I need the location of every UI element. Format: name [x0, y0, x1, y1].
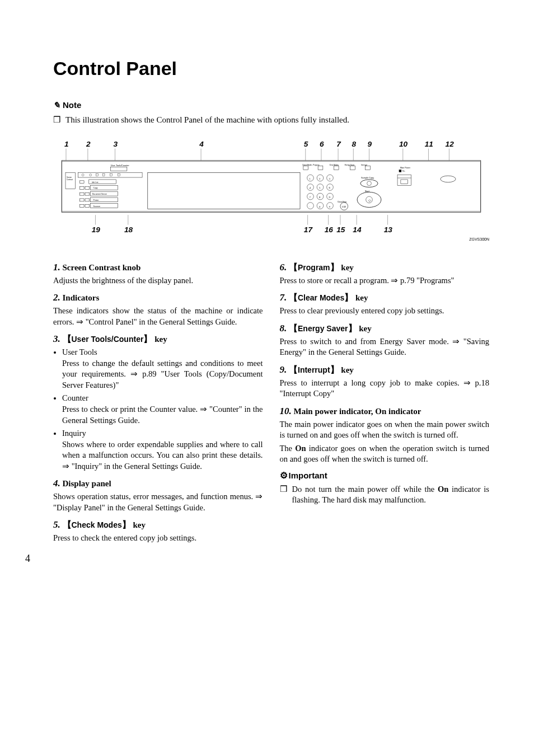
svg-text:◇: ◇ — [368, 199, 371, 202]
item-6-head: 6. 【Program】 key — [280, 261, 490, 274]
svg-rect-45 — [79, 193, 84, 196]
svg-text:8: 8 — [352, 140, 356, 148]
svg-rect-33 — [102, 174, 105, 176]
svg-text:Energy Saver: Energy Saver — [345, 164, 355, 166]
svg-text:On: On — [402, 171, 405, 173]
svg-text:12: 12 — [446, 140, 455, 148]
item-9-head: 9. 【Interrupt】 key — [280, 364, 490, 377]
svg-text:9: 9 — [329, 196, 331, 199]
item-8-head: 8. 【Energy Saver】 key — [280, 322, 490, 335]
svg-text:19: 19 — [92, 226, 101, 234]
item-4-head: 4. Display panel — [53, 477, 263, 490]
diagram-code: ZGVS300N — [469, 237, 489, 242]
svg-rect-42 — [85, 187, 90, 190]
svg-point-108 — [441, 176, 456, 183]
svg-text:Program: Program — [313, 164, 320, 166]
svg-text:Document Server: Document Server — [92, 194, 107, 196]
svg-text:16: 16 — [325, 226, 334, 234]
svg-text:2: 2 — [319, 177, 321, 180]
important-item: Do not turn the main power off while the… — [280, 484, 490, 506]
svg-text:7: 7 — [310, 196, 311, 199]
svg-rect-54 — [85, 205, 90, 208]
svg-rect-65 — [350, 166, 355, 170]
svg-rect-41 — [79, 187, 84, 190]
svg-text:4: 4 — [310, 187, 311, 190]
svg-text:1: 1 — [310, 177, 311, 180]
svg-point-30 — [82, 174, 84, 176]
svg-rect-34 — [110, 174, 113, 176]
svg-rect-37 — [111, 167, 127, 171]
item-2-body: These indicators show the status of the … — [53, 306, 263, 327]
svg-text:17: 17 — [304, 226, 313, 234]
svg-point-93 — [360, 180, 378, 187]
svg-rect-46 — [85, 193, 90, 196]
svg-text:#: # — [329, 205, 331, 208]
note-header: ✎Note — [53, 100, 489, 111]
svg-rect-107 — [401, 180, 408, 184]
svg-text:6: 6 — [320, 140, 324, 148]
svg-text:4: 4 — [199, 140, 204, 148]
sublist-item: Counter Press to check or print the Coun… — [62, 393, 263, 426]
item-4-body: Shows operation status, error messages, … — [53, 491, 263, 513]
item-2-head: 2. Indicators — [53, 292, 263, 304]
item-1-head: 1. Screen Contrast knob — [53, 261, 263, 274]
svg-rect-50 — [85, 199, 90, 201]
svg-rect-67 — [366, 166, 371, 170]
item-3-head: 3. 【User Tools/Counter】 key — [53, 333, 263, 346]
svg-rect-38 — [79, 181, 84, 184]
svg-rect-57 — [148, 173, 300, 209]
svg-text:11: 11 — [425, 140, 433, 148]
svg-text:·: · — [310, 205, 310, 208]
diagram-svg: 1 2 3 4 5 6 7 8 9 10 11 12 Screen Contra… — [53, 139, 489, 237]
item-10-body: The main power indicator goes on when th… — [280, 419, 490, 465]
svg-point-86 — [307, 203, 314, 209]
svg-rect-24 — [62, 161, 481, 212]
svg-rect-32 — [96, 174, 98, 176]
svg-text:Scanner: Scanner — [93, 205, 101, 208]
right-column: 6. 【Program】 key Press to store or recal… — [280, 256, 490, 546]
important-list: Do not turn the main power off while the… — [280, 484, 490, 506]
svg-rect-61 — [318, 166, 323, 170]
svg-text:Printer: Printer — [93, 199, 100, 201]
pencil-icon: ✎ — [53, 100, 60, 110]
svg-text:3: 3 — [329, 177, 331, 180]
svg-text:10: 10 — [399, 140, 408, 148]
svg-text:8: 8 — [319, 196, 321, 199]
svg-point-94 — [367, 181, 372, 186]
svg-text:5: 5 — [304, 140, 308, 148]
item-9-body: Press to interrupt a long copy job to ma… — [280, 378, 490, 400]
svg-text:Interrupt: Interrupt — [361, 164, 367, 166]
item-5-head: 5. 【Check Modes】 key — [53, 519, 263, 532]
svg-text:0: 0 — [319, 205, 321, 208]
item-10-head: 10. Main power indicator, On indicator — [280, 405, 490, 418]
control-panel-diagram: 1 2 3 4 5 6 7 8 9 10 11 12 Screen Contra… — [53, 139, 489, 240]
item-7-head: 7. 【Clear Modes】 key — [280, 292, 490, 304]
svg-text:6: 6 — [329, 187, 331, 190]
note-item: This illustration shows the Control Pane… — [53, 114, 489, 125]
svg-rect-59 — [303, 166, 308, 170]
svg-text:9: 9 — [368, 140, 372, 148]
note-label: Note — [63, 100, 81, 110]
gear-icon: ⚙ — [280, 471, 288, 480]
sublist-item: User Tools Press to change the default s… — [62, 347, 263, 391]
svg-text:5: 5 — [319, 187, 321, 190]
svg-text:15: 15 — [336, 226, 345, 234]
svg-text:2: 2 — [86, 140, 91, 148]
svg-text:C⊘: C⊘ — [342, 206, 346, 209]
svg-rect-103 — [399, 170, 401, 172]
important-header: ⚙Important — [280, 469, 490, 482]
svg-text:Contrast: Contrast — [67, 179, 73, 181]
svg-text:Clear Modes: Clear Modes — [330, 164, 339, 166]
svg-rect-49 — [79, 199, 84, 201]
svg-text:Check Modes: Check Modes — [302, 164, 312, 166]
svg-text:7: 7 — [336, 140, 341, 148]
svg-text:13: 13 — [384, 226, 393, 234]
svg-text:Sample Copy: Sample Copy — [361, 176, 374, 179]
svg-text:User Tools/Counter: User Tools/Counter — [111, 164, 130, 167]
svg-text:1: 1 — [64, 140, 69, 148]
svg-point-31 — [90, 174, 92, 176]
svg-text:3: 3 — [114, 140, 118, 148]
note-list: This illustration shows the Control Pane… — [53, 114, 489, 125]
svg-text:Job List: Job List — [92, 181, 99, 184]
item-3-body: User Tools Press to change the default s… — [53, 347, 263, 472]
